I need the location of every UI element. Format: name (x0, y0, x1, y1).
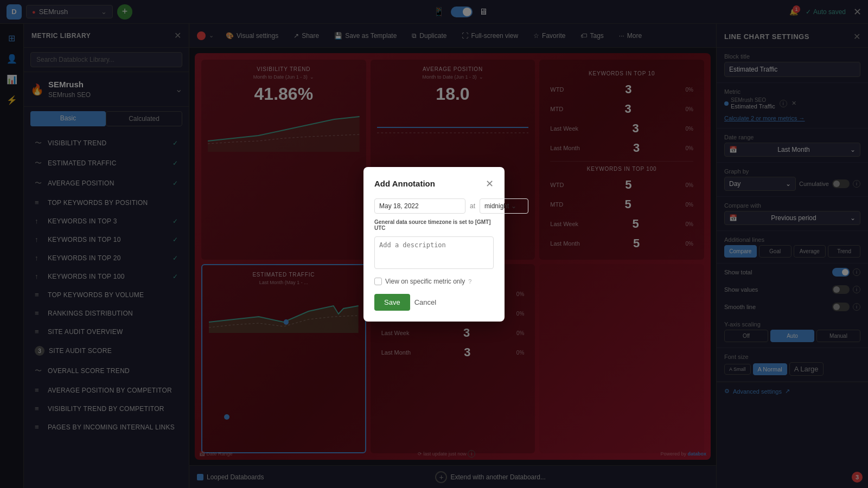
modal-actions: Save Cancel (374, 294, 494, 311)
modal-cancel-button[interactable]: Cancel (414, 294, 436, 311)
annotation-date-input[interactable] (374, 198, 465, 214)
modal-overlay: Add Annotation ✕ at midnight ⌄ General d… (0, 0, 868, 488)
modal-checkbox-row: View on specific metric only ? (374, 278, 494, 285)
help-icon[interactable]: ? (468, 278, 471, 285)
modal-title: Add Annotation (374, 179, 435, 188)
modal-close-button[interactable]: ✕ (486, 178, 494, 190)
modal-date-row: at midnight ⌄ (374, 198, 494, 214)
annotation-time-select[interactable]: midnight ⌄ (480, 198, 528, 214)
time-value: midnight (484, 202, 509, 210)
modal-save-button[interactable]: Save (374, 294, 410, 311)
annotation-description-input[interactable] (374, 236, 494, 269)
at-label: at (470, 202, 475, 210)
modal-header: Add Annotation ✕ (374, 178, 494, 190)
timezone-info: General data source timezone is set to [… (374, 219, 494, 231)
time-dropdown-icon: ⌄ (511, 202, 516, 210)
specific-metric-checkbox[interactable] (374, 278, 382, 285)
add-annotation-modal: Add Annotation ✕ at midnight ⌄ General d… (363, 167, 505, 322)
checkbox-label: View on specific metric only (385, 278, 465, 285)
